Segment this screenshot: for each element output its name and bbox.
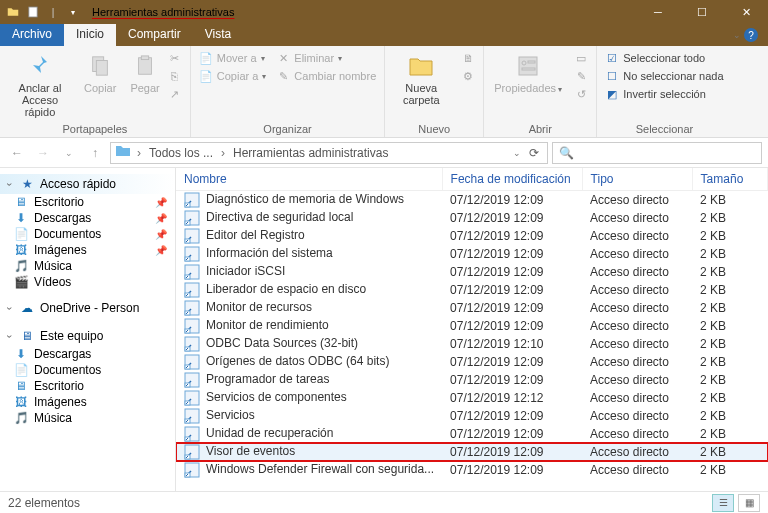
sidebar-item[interactable]: 📄Documentos📌: [0, 226, 175, 242]
breadcrumb-2[interactable]: Herramientas administrativas: [231, 146, 390, 160]
table-row[interactable]: Windows Defender Firewall con segurida..…: [176, 461, 768, 479]
sidebar-item[interactable]: ⬇Descargas📌: [0, 210, 175, 226]
maximize-button[interactable]: ☐: [680, 0, 724, 24]
sidebar-item[interactable]: 🖼Imágenes📌: [0, 242, 175, 258]
table-row[interactable]: Monitor de rendimiento07/12/2019 12:09Ac…: [176, 317, 768, 335]
table-row[interactable]: Información del sistema07/12/2019 12:09A…: [176, 245, 768, 263]
move-to-button[interactable]: 📄Mover a: [199, 50, 267, 66]
table-row[interactable]: Servicios07/12/2019 12:09Acceso directo2…: [176, 407, 768, 425]
refresh-button[interactable]: ⟳: [525, 146, 543, 160]
crumb-sep[interactable]: [219, 146, 227, 160]
clipboard-extra: ✂ ⎘ ↗: [168, 50, 182, 102]
qat-folder-icon[interactable]: [6, 5, 20, 19]
open-button[interactable]: ▭: [574, 50, 588, 66]
copyto-icon: 📄: [199, 69, 213, 83]
sidebar-item[interactable]: 🎵Música: [0, 410, 175, 426]
file-type: Acceso directo: [582, 371, 692, 389]
sidebar-this-pc[interactable]: 🖥 Este equipo: [0, 326, 175, 346]
file-size: 2 KB: [692, 263, 767, 281]
sidebar-item[interactable]: 🎵Música: [0, 258, 175, 274]
select-none-button[interactable]: ☐No seleccionar nada: [605, 68, 723, 84]
paste-button[interactable]: Pegar: [128, 50, 161, 96]
col-modified[interactable]: Fecha de modificación: [442, 168, 582, 191]
details-view-button[interactable]: ☰: [712, 494, 734, 512]
table-row[interactable]: Visor de eventos07/12/2019 12:09Acceso d…: [176, 443, 768, 461]
select-all-button[interactable]: ☑Seleccionar todo: [605, 50, 723, 66]
invert-selection-button[interactable]: ◩Invertir selección: [605, 86, 723, 102]
table-row[interactable]: Unidad de recuperación07/12/2019 12:09Ac…: [176, 425, 768, 443]
col-size[interactable]: Tamaño: [692, 168, 767, 191]
crumb-sep[interactable]: [135, 146, 143, 160]
delete-button[interactable]: ✕Eliminar: [276, 50, 376, 66]
folder-icon: 🖥: [14, 379, 28, 393]
tab-home[interactable]: Inicio: [64, 24, 116, 46]
table-row[interactable]: Monitor de recursos07/12/2019 12:09Acces…: [176, 299, 768, 317]
rename-button[interactable]: ✎Cambiar nombre: [276, 68, 376, 84]
table-row[interactable]: Iniciador iSCSI07/12/2019 12:09Acceso di…: [176, 263, 768, 281]
tab-share[interactable]: Compartir: [116, 24, 193, 46]
easy-access-button[interactable]: ⚙: [461, 68, 475, 84]
sidebar-quick-access[interactable]: ★ Acceso rápido: [0, 174, 175, 194]
sidebar-item[interactable]: 🖼Imágenes: [0, 394, 175, 410]
qat-dropdown-icon[interactable]: ▾: [66, 5, 80, 19]
sidebar-item[interactable]: 🎬Vídeos: [0, 274, 175, 290]
address-dropdown[interactable]: ⌄: [513, 148, 521, 158]
table-row[interactable]: Directiva de seguridad local07/12/2019 1…: [176, 209, 768, 227]
table-row[interactable]: ODBC Data Sources (32-bit)07/12/2019 12:…: [176, 335, 768, 353]
shortcut-icon: [184, 192, 200, 208]
copy-button[interactable]: Copiar: [82, 50, 118, 96]
col-name[interactable]: Nombre: [176, 168, 442, 191]
file-name: Orígenes de datos ODBC (64 bits): [206, 354, 389, 368]
folder-icon: ⬇: [14, 347, 28, 361]
shortcut-icon: ↗: [168, 87, 182, 101]
qat-doc-icon[interactable]: [26, 5, 40, 19]
forward-button[interactable]: →: [32, 142, 54, 164]
move-icon: 📄: [199, 51, 213, 65]
table-row[interactable]: Orígenes de datos ODBC (64 bits)07/12/20…: [176, 353, 768, 371]
table-row[interactable]: Servicios de componentes07/12/2019 12:12…: [176, 389, 768, 407]
easy-access-icon: ⚙: [461, 69, 475, 83]
table-row[interactable]: Diagnóstico de memoria de Windows07/12/2…: [176, 191, 768, 210]
pin-icon: 📌: [155, 245, 167, 256]
column-headers[interactable]: Nombre Fecha de modificación Tipo Tamaño: [176, 168, 768, 191]
pc-icon: 🖥: [20, 329, 34, 343]
back-button[interactable]: ←: [6, 142, 28, 164]
new-item-button[interactable]: 🗎: [461, 50, 475, 66]
sidebar-item[interactable]: ⬇Descargas: [0, 346, 175, 362]
minimize-button[interactable]: ─: [636, 0, 680, 24]
edit-button[interactable]: ✎: [574, 68, 588, 84]
tab-file[interactable]: Archivo: [0, 24, 64, 46]
copy-to-button[interactable]: 📄Copiar a: [199, 68, 267, 84]
table-row[interactable]: Editor del Registro07/12/2019 12:09Acces…: [176, 227, 768, 245]
up-button[interactable]: ↑: [84, 142, 106, 164]
sidebar-item[interactable]: 🖥Escritorio📌: [0, 194, 175, 210]
recent-button[interactable]: ⌄: [58, 142, 80, 164]
breadcrumb-1[interactable]: Todos los ...: [147, 146, 215, 160]
tab-view[interactable]: Vista: [193, 24, 243, 46]
table-row[interactable]: Liberador de espacio en disco07/12/2019 …: [176, 281, 768, 299]
close-button[interactable]: ✕: [724, 0, 768, 24]
table-row[interactable]: Programador de tareas07/12/2019 12:09Acc…: [176, 371, 768, 389]
ribbon-group-clipboard: Anclar al Acceso rápido Copiar Pegar ✂ ⎘…: [0, 46, 191, 137]
pin-to-quick-access-button[interactable]: Anclar al Acceso rápido: [8, 50, 72, 120]
file-type: Acceso directo: [582, 353, 692, 371]
sidebar-onedrive[interactable]: ☁ OneDrive - Person: [0, 298, 175, 318]
help-dropdown[interactable]: ⌄ ?: [723, 24, 768, 46]
edit-icon: ✎: [574, 69, 588, 83]
file-size: 2 KB: [692, 443, 767, 461]
cut-button[interactable]: ✂: [168, 50, 182, 66]
ribbon-tabs: Archivo Inicio Compartir Vista ⌄ ?: [0, 24, 768, 46]
paste-shortcut-button[interactable]: ↗: [168, 86, 182, 102]
sidebar-item[interactable]: 🖥Escritorio: [0, 378, 175, 394]
folder-icon: 🎬: [14, 275, 28, 289]
copy-path-button[interactable]: ⎘: [168, 68, 182, 84]
address-bar[interactable]: Todos los ... Herramientas administrativ…: [110, 142, 548, 164]
new-folder-button[interactable]: Nueva carpeta: [393, 50, 449, 108]
file-size: 2 KB: [692, 389, 767, 407]
col-type[interactable]: Tipo: [582, 168, 692, 191]
sidebar-item[interactable]: 📄Documentos: [0, 362, 175, 378]
properties-button[interactable]: Propiedades: [492, 50, 564, 96]
thumb-view-button[interactable]: ▦: [738, 494, 760, 512]
history-button[interactable]: ↺: [574, 86, 588, 102]
search-box[interactable]: 🔍 Buscar en Herramient...: [552, 142, 762, 164]
